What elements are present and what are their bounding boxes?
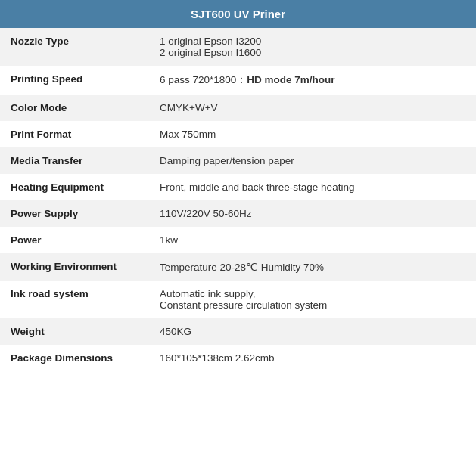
row-value: Max 750mm [149,121,476,147]
row-value: Damping paper/tension paper [149,147,476,174]
row-label: Nozzle Type [0,28,149,66]
row-value: 1kw [149,227,476,253]
table-title: SJT600 UV Priner [0,0,476,28]
row-value: CMYK+W+V [149,95,476,121]
row-value: 110V/220V 50-60Hz [149,200,476,227]
row-value: Automatic ink supply,Constant pressure c… [149,281,476,318]
row-value: 450KG [149,318,476,345]
row-label: Color Mode [0,95,149,121]
row-label: Printing Speed [0,66,149,95]
spec-table: SJT600 UV Priner Nozzle Type1 original E… [0,0,476,371]
row-label: Media Transfer [0,147,149,174]
row-label: Package Dimensions [0,345,149,371]
row-value: Temperature 20-28℃ Humidity 70% [149,253,476,281]
row-label: Heating Equipment [0,174,149,200]
row-label: Working Environment [0,253,149,281]
row-value: 6 pass 720*1800：HD mode 7m/hour [149,66,476,95]
row-label: Power [0,227,149,253]
row-label: Print Format [0,121,149,147]
row-value: Front, middle and back three-stage heati… [149,174,476,200]
row-label: Power Supply [0,200,149,227]
row-label: Ink road system [0,281,149,318]
row-value: 1 original Epson I32002 original Epson I… [149,28,476,66]
row-value: 160*105*138cm 2.62cmb [149,345,476,371]
row-label: Weight [0,318,149,345]
